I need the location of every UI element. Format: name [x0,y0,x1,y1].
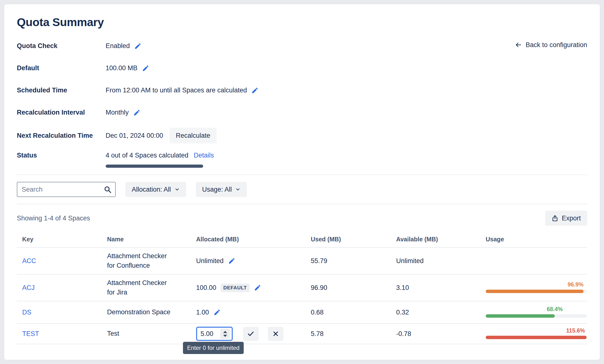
usage-bar-track [486,314,587,318]
back-to-configuration-link[interactable]: Back to configuration [515,41,587,49]
search-icon [103,185,112,194]
quota-check-value: Enabled [106,42,130,50]
field-label: Recalculation Interval [17,109,106,116]
stepper-up-icon [223,331,227,333]
field-recalculation-interval: Recalculation Interval Monthly [17,106,587,120]
column-header-usage: Usage [486,236,587,243]
available-value: -0.78 [396,330,486,338]
space-key-link[interactable]: ACJ [22,284,35,291]
used-value: 55.79 [311,257,396,265]
field-label: Default [17,64,106,72]
usage-bar-track [486,336,587,339]
usage-filter-label: Usage: All [202,186,232,193]
edit-pencil-icon[interactable] [228,257,235,265]
available-value: 3.10 [396,284,486,291]
export-label: Export [562,215,581,222]
table-row: DS Demonstration Space 1.00 0.68 0.32 68… [17,301,587,324]
field-label: Status [17,152,106,159]
table-row: TEST Test Enter 0 for unlimited [17,324,587,344]
stepper-down-icon [223,335,227,337]
space-key-link[interactable]: ACC [22,257,36,265]
edit-pencil-icon[interactable] [134,42,141,50]
space-name: Test [107,329,119,338]
recalculate-button[interactable]: Recalculate [170,128,217,143]
export-button[interactable]: Export [545,211,587,226]
allocated-input[interactable] [201,330,218,338]
space-name: Attachment Checker for Confluence [107,251,174,270]
table-row: ACC Attachment Checker for Confluence Un… [17,248,587,275]
field-default: Default 100.00 MB [17,61,587,75]
column-header-key: Key [17,236,107,243]
space-name: Attachment Checker for Jira [107,278,174,297]
recalculation-interval-value: Monthly [106,109,129,116]
allocated-value: 1.00 [196,309,209,316]
search-input[interactable] [17,182,116,197]
chevron-down-icon [175,187,180,192]
section-divider [17,175,587,175]
page-title: Quota Summary [17,15,587,29]
usage-percent-label: 115.6% [566,328,585,334]
available-value: 0.32 [396,309,486,316]
back-link-label: Back to configuration [526,41,587,49]
table-row: ACJ Attachment Checker for Jira 100.00 D… [17,275,587,301]
number-stepper[interactable] [220,329,230,339]
status-details-link[interactable]: Details [194,152,214,159]
field-label: Scheduled Time [17,86,106,94]
scheduled-time-value: From 12:00 AM to until all Spaces are ca… [106,86,247,94]
space-key-link[interactable]: DS [22,309,31,316]
edit-pencil-icon[interactable] [142,65,149,72]
filter-toolbar: Allocation: All Usage: All [17,182,587,197]
column-header-name: Name [107,236,196,243]
export-icon [552,215,558,222]
usage-bar-track [486,290,587,293]
used-value: 0.68 [311,309,396,316]
column-header-available: Available (MB) [396,236,486,243]
usage-meter: 96.9% [486,281,587,294]
usage-bar-fill [486,314,555,318]
field-label: Next Recalculation Time [17,132,106,139]
allocation-filter-dropdown[interactable]: Allocation: All [126,182,186,197]
input-tooltip: Enter 0 for unlimited [183,342,244,354]
usage-percent-label: 96.9% [568,281,583,288]
default-badge: DEFAULT [221,284,250,292]
usage-meter: 68.4% [486,306,587,319]
default-value: 100.00 MB [106,64,138,72]
usage-meter: 115.6% [486,328,587,340]
search-field [17,182,116,197]
edit-pencil-icon[interactable] [133,109,140,116]
used-value: 96.90 [311,284,396,291]
field-status: Status 4 out of 4 Spaces calculated Deta… [17,152,587,168]
allocated-value: Unlimited [196,257,224,265]
usage-bar-fill [486,336,587,339]
quota-summary-card: Quota Summary Back to configuration Quot… [4,4,600,360]
field-scheduled-time: Scheduled Time From 12:00 AM to until al… [17,83,587,97]
arrow-left-icon [515,41,522,49]
status-progress-fill [106,165,203,168]
cancel-button[interactable] [268,327,283,341]
field-next-recalculation: Next Recalculation Time Dec 01, 2024 00:… [17,128,587,143]
edit-pencil-icon[interactable] [214,309,221,316]
summary-fields: Back to configuration Quota Check Enable… [17,39,587,168]
showing-count-text: Showing 1-4 of 4 Spaces [17,215,90,222]
field-quota-check: Quota Check Enabled [17,39,587,53]
spaces-table: Key Name Allocated (MB) Used (MB) Availa… [17,231,587,344]
allocated-value: 100.00 [196,284,216,291]
space-name: Demonstration Space [107,307,171,317]
usage-filter-dropdown[interactable]: Usage: All [196,182,247,197]
field-label: Quota Check [17,42,106,50]
section-divider [17,204,587,204]
allocation-filter-label: Allocation: All [132,186,171,193]
space-key-link[interactable]: TEST [22,330,39,338]
list-header: Showing 1-4 of 4 Spaces Export [17,211,587,226]
chevron-down-icon [235,187,240,192]
allocated-edit-field [196,327,233,341]
usage-percent-label: 68.4% [547,306,563,313]
column-header-allocated: Allocated (MB) [196,236,311,243]
column-header-used: Used (MB) [311,236,396,243]
next-recalculation-value: Dec 01, 2024 00:00 [106,132,163,139]
available-value: Unlimited [396,257,486,265]
confirm-button[interactable] [243,327,259,341]
edit-pencil-icon[interactable] [251,87,259,94]
status-value: 4 out of 4 Spaces calculated [106,152,188,159]
edit-pencil-icon[interactable] [254,284,261,291]
